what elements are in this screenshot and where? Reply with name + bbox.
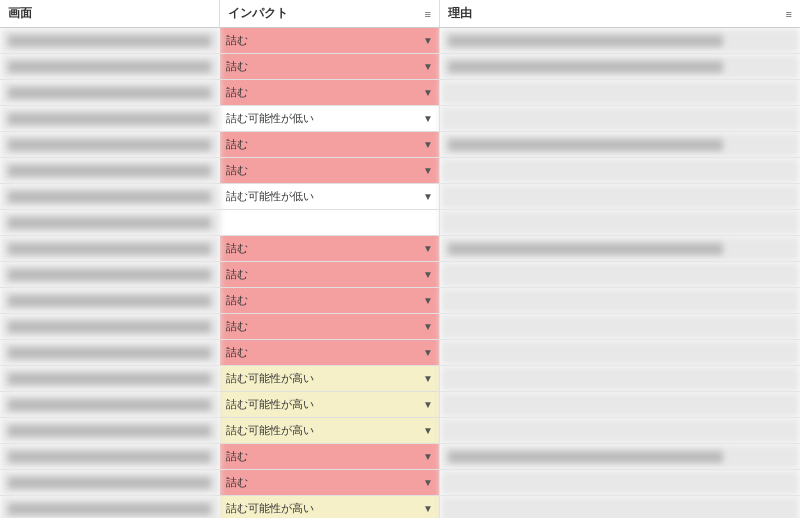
- impact-value: 詰む: [226, 475, 248, 490]
- cell-screen: [0, 184, 220, 209]
- cell-impact[interactable]: 詰む▼: [220, 470, 440, 495]
- dropdown-arrow-icon[interactable]: ▼: [423, 139, 433, 150]
- cell-impact[interactable]: 詰む▼: [220, 80, 440, 105]
- cell-impact[interactable]: [220, 210, 440, 235]
- dropdown-arrow-icon[interactable]: ▼: [423, 191, 433, 202]
- cell-impact[interactable]: 詰む可能性が高い▼: [220, 496, 440, 518]
- table-body: 詰む▼詰む▼詰む▼詰む可能性が低い▼詰む▼詰む▼詰む可能性が低い▼詰む▼詰む▼詰…: [0, 28, 800, 518]
- dropdown-arrow-icon[interactable]: ▼: [423, 451, 433, 462]
- cell-reason: [440, 236, 800, 261]
- dropdown-arrow-icon[interactable]: ▼: [423, 269, 433, 280]
- dropdown-arrow-icon[interactable]: ▼: [423, 425, 433, 436]
- dropdown-arrow-icon[interactable]: ▼: [423, 321, 433, 332]
- dropdown-arrow-icon[interactable]: ▼: [423, 165, 433, 176]
- cell-reason: [440, 418, 800, 443]
- impact-value: 詰む: [226, 267, 248, 282]
- cell-impact[interactable]: 詰む▼: [220, 314, 440, 339]
- cell-screen: [0, 80, 220, 105]
- cell-reason: [440, 340, 800, 365]
- cell-screen: [0, 106, 220, 131]
- cell-impact[interactable]: 詰む▼: [220, 340, 440, 365]
- cell-reason: [440, 470, 800, 495]
- cell-impact[interactable]: 詰む▼: [220, 54, 440, 79]
- impact-value: 詰む: [226, 163, 248, 178]
- cell-impact[interactable]: 詰む可能性が低い▼: [220, 106, 440, 131]
- impact-value: 詰む: [226, 59, 248, 74]
- table-row: 詰む▼: [0, 262, 800, 288]
- table-row: 詰む▼: [0, 158, 800, 184]
- cell-impact[interactable]: 詰む可能性が高い▼: [220, 392, 440, 417]
- cell-screen: [0, 470, 220, 495]
- table-row: 詰む▼: [0, 132, 800, 158]
- cell-reason: [440, 210, 800, 235]
- dropdown-arrow-icon[interactable]: ▼: [423, 373, 433, 384]
- dropdown-arrow-icon[interactable]: ▼: [423, 503, 433, 514]
- impact-value: 詰む可能性が高い: [226, 423, 314, 438]
- cell-impact[interactable]: 詰む▼: [220, 236, 440, 261]
- dropdown-arrow-icon[interactable]: ▼: [423, 399, 433, 410]
- header-impact[interactable]: インパクト ≡: [220, 0, 440, 27]
- main-table: 画面 インパクト ≡ 理由 ≡ 詰む▼詰む▼詰む▼詰む可能性が低い▼詰む▼詰む▼…: [0, 0, 800, 518]
- cell-reason: [440, 28, 800, 53]
- table-row: 詰む▼: [0, 80, 800, 106]
- header-reason[interactable]: 理由 ≡: [440, 0, 800, 27]
- cell-impact[interactable]: 詰む可能性が高い▼: [220, 418, 440, 443]
- cell-impact[interactable]: 詰む▼: [220, 262, 440, 287]
- impact-value: 詰む: [226, 345, 248, 360]
- table-row: 詰む可能性が高い▼: [0, 392, 800, 418]
- table-row: 詰む▼: [0, 54, 800, 80]
- impact-value: 詰む: [226, 85, 248, 100]
- table-header: 画面 インパクト ≡ 理由 ≡: [0, 0, 800, 28]
- cell-screen: [0, 54, 220, 79]
- impact-value: 詰む可能性が低い: [226, 111, 314, 126]
- dropdown-arrow-icon[interactable]: ▼: [423, 113, 433, 124]
- impact-value: 詰む: [226, 319, 248, 334]
- impact-value: 詰む: [226, 241, 248, 256]
- dropdown-arrow-icon[interactable]: ▼: [423, 347, 433, 358]
- impact-value: 詰む: [226, 293, 248, 308]
- cell-reason: [440, 444, 800, 469]
- cell-impact[interactable]: 詰む可能性が低い▼: [220, 184, 440, 209]
- impact-value: 詰む: [226, 33, 248, 48]
- cell-screen: [0, 210, 220, 235]
- cell-screen: [0, 132, 220, 157]
- screen-label: 画面: [8, 5, 32, 22]
- cell-reason: [440, 392, 800, 417]
- impact-value: 詰む可能性が低い: [226, 189, 314, 204]
- dropdown-arrow-icon[interactable]: ▼: [423, 477, 433, 488]
- table-row: 詰む可能性が低い▼: [0, 184, 800, 210]
- impact-filter-icon[interactable]: ≡: [425, 8, 431, 20]
- cell-screen: [0, 158, 220, 183]
- table-row: 詰む可能性が高い▼: [0, 418, 800, 444]
- cell-screen: [0, 28, 220, 53]
- reason-filter-icon[interactable]: ≡: [786, 8, 792, 20]
- cell-screen: [0, 314, 220, 339]
- table-row: 詰む▼: [0, 236, 800, 262]
- cell-screen: [0, 262, 220, 287]
- cell-screen: [0, 392, 220, 417]
- table-row: 詰む▼: [0, 470, 800, 496]
- dropdown-arrow-icon[interactable]: ▼: [423, 61, 433, 72]
- table-row: 詰む▼: [0, 340, 800, 366]
- cell-screen: [0, 366, 220, 391]
- cell-impact[interactable]: 詰む▼: [220, 132, 440, 157]
- cell-impact[interactable]: 詰む▼: [220, 28, 440, 53]
- cell-impact[interactable]: 詰む▼: [220, 288, 440, 313]
- cell-reason: [440, 262, 800, 287]
- dropdown-arrow-icon[interactable]: ▼: [423, 87, 433, 98]
- cell-impact[interactable]: 詰む▼: [220, 444, 440, 469]
- dropdown-arrow-icon[interactable]: ▼: [423, 243, 433, 254]
- table-row: 詰む可能性が高い▼: [0, 366, 800, 392]
- dropdown-arrow-icon[interactable]: ▼: [423, 295, 433, 306]
- cell-impact[interactable]: 詰む可能性が高い▼: [220, 366, 440, 391]
- header-screen: 画面: [0, 0, 220, 27]
- table-row: [0, 210, 800, 236]
- table-row: 詰む▼: [0, 444, 800, 470]
- cell-reason: [440, 54, 800, 79]
- cell-screen: [0, 418, 220, 443]
- cell-impact[interactable]: 詰む▼: [220, 158, 440, 183]
- cell-screen: [0, 236, 220, 261]
- dropdown-arrow-icon[interactable]: ▼: [423, 35, 433, 46]
- impact-value: 詰む可能性が高い: [226, 397, 314, 412]
- impact-value: 詰む可能性が高い: [226, 371, 314, 386]
